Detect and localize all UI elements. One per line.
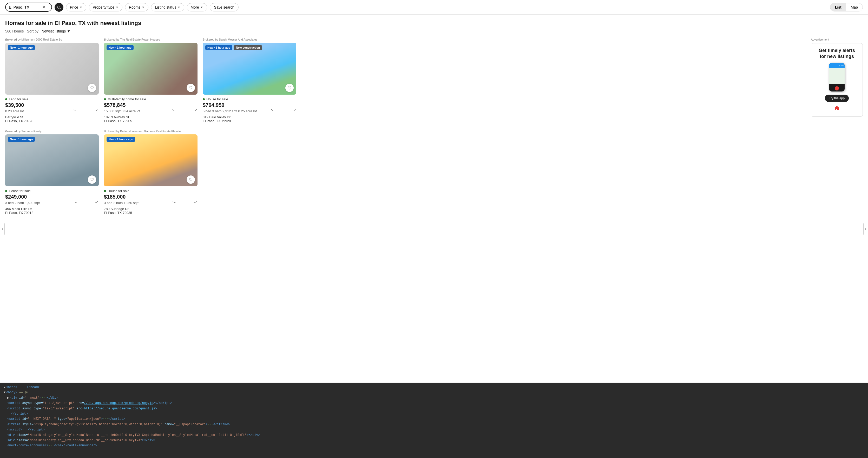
favorite-button[interactable]: ♡ — [187, 176, 195, 184]
rooms-filter-button[interactable]: Rooms ▼ — [125, 3, 148, 11]
rooms-chevron-icon: ▼ — [142, 6, 145, 9]
card-footer: 0.23 acre lot Email Agent — [5, 109, 99, 114]
card-footer: 5 bed 3 bath 2,912 sqft 0.25 acre lot Em… — [203, 109, 296, 114]
listing-image: New · 2 hours ago ♡ — [104, 134, 197, 186]
listing-status-filter-label: Listing status — [155, 5, 176, 9]
card-footer: 3 bed 2 bath 1,250 sqft Email Agent — [104, 201, 197, 206]
property-type-filter-button[interactable]: Property type ▼ — [89, 3, 122, 11]
ad-card: Get timely alerts for new listings 9:45 … — [811, 43, 863, 117]
property-type-label: House for sale — [9, 189, 31, 193]
sort-chevron-icon: ▼ — [67, 29, 70, 33]
favorite-button[interactable]: ♡ — [88, 84, 96, 92]
property-type-chevron-icon: ▼ — [116, 6, 119, 9]
more-filter-button[interactable]: More ▼ — [187, 3, 207, 11]
new-listing-badge: New · 2 hours ago — [106, 137, 135, 142]
brokered-by-label: Brokered by Better Homes and Gardens Rea… — [104, 130, 197, 133]
price-chevron-icon: ▼ — [80, 6, 82, 9]
card-info: House for sale $185,000 3 bed 2 bath 1,2… — [104, 186, 197, 216]
map-view-button[interactable]: Map — [846, 3, 863, 11]
listing-price: $764,950 — [203, 102, 296, 108]
sort-value: Newest listings — [41, 29, 66, 33]
price-filter-label: Price — [70, 5, 78, 9]
new-listing-badge: New · 1 hour ago — [106, 45, 133, 50]
svg-line-1 — [60, 8, 61, 9]
ad-phone-mockup: 9:45 ⌂ — [815, 63, 858, 91]
active-indicator — [5, 190, 7, 192]
listing-status-chevron-icon: ▼ — [178, 6, 180, 9]
new-listing-badge: New · 1 hour ago — [8, 137, 35, 142]
email-agent-button[interactable]: Email Agent — [172, 201, 197, 203]
search-clear-button[interactable]: ✕ — [42, 5, 45, 10]
property-type-row: House for sale — [5, 189, 99, 193]
property-type-row: House for sale — [203, 97, 296, 101]
view-toggle: List Map — [830, 3, 863, 11]
search-submit-button[interactable] — [55, 3, 63, 12]
card-info: House for sale $249,000 3 bed 2 bath 1,6… — [5, 186, 99, 216]
sort-dropdown[interactable]: Newest listings ▼ — [41, 29, 70, 33]
favorite-button[interactable]: ♡ — [88, 176, 96, 184]
listing-status-filter-button[interactable]: Listing status ▼ — [151, 3, 184, 11]
save-search-button[interactable]: Save search — [210, 3, 239, 11]
new-listing-badge: New · 1 hour ago — [8, 45, 35, 50]
listing-image: New · 1 hour ago New construction ♡ — [203, 42, 296, 95]
price-filter-button[interactable]: Price ▼ — [66, 3, 86, 11]
listing-image: New · 1 hour ago ♡ — [5, 134, 99, 186]
listings-area: Brokered by Millennium 2000 Real Estate … — [5, 38, 863, 216]
active-indicator — [203, 98, 205, 100]
search-box: ✕ — [5, 3, 52, 12]
card-info: House for sale $764,950 5 bed 3 bath 2,9… — [203, 95, 296, 124]
sort-label: Sort by — [27, 29, 38, 33]
ad-home-icon — [815, 105, 858, 112]
listing-image: New · 1 hour ago ♡ — [104, 42, 197, 95]
active-indicator — [104, 190, 106, 192]
listing-address-line2: El Paso, TX 79912 — [5, 211, 99, 215]
property-type-row: Multi-family home for sale — [104, 97, 197, 101]
email-agent-button[interactable]: Email Agent — [73, 201, 99, 203]
listing-address-line1: 312 Blue Valley Dr — [203, 115, 296, 119]
listing-address-line1: 789 Sunridge Dr — [104, 207, 197, 211]
listing-address-line2: El Paso, TX 79928 — [5, 119, 99, 123]
property-type-row: Land for sale — [5, 97, 99, 101]
new-listing-badge: New · 1 hour ago — [205, 45, 232, 50]
property-type-filter-label: Property type — [93, 5, 114, 9]
listing-card: Brokered by Sandy Messer And Associates … — [203, 38, 296, 124]
more-filter-label: More — [191, 5, 199, 9]
ad-cta-button[interactable]: Try the app — [825, 95, 849, 102]
property-type-label: Land for sale — [9, 97, 28, 101]
active-indicator — [5, 98, 7, 100]
brokered-by-label: Brokered by Millennium 2000 Real Estate … — [5, 38, 99, 41]
listing-card: Brokered by The Real Estate Power Houses… — [104, 38, 197, 124]
list-view-button[interactable]: List — [830, 3, 846, 11]
email-agent-button[interactable]: Email Agent — [73, 109, 99, 111]
search-input[interactable] — [9, 5, 40, 9]
header: ✕ Price ▼ Property type ▼ Rooms ▼ Listin… — [0, 0, 868, 14]
brokered-by-label: Brokered by Sandy Messer And Associates — [203, 38, 296, 41]
email-agent-button[interactable]: Email Agent — [271, 109, 296, 111]
listing-address-line1: 456 Mesa Hills Dr — [5, 207, 99, 211]
card-info: Land for sale $39,500 0.23 acre lot Emai… — [5, 95, 99, 124]
new-construction-badge: New construction — [234, 45, 262, 50]
property-type-row: House for sale — [104, 189, 197, 193]
card-info: Multi-family home for sale $578,845 15,0… — [104, 95, 197, 124]
email-agent-button[interactable]: Email Agent — [172, 109, 197, 111]
more-chevron-icon: ▼ — [200, 6, 203, 9]
svg-point-0 — [58, 6, 60, 8]
listing-price: $39,500 — [5, 102, 99, 108]
card-footer: 15,000 sqft 0.34 acre lot Email Agent — [104, 109, 197, 114]
rooms-filter-label: Rooms — [129, 5, 140, 9]
ad-sidebar: Advertisement Get timely alerts for new … — [811, 38, 863, 216]
favorite-button[interactable]: ♡ — [187, 84, 195, 92]
ad-headline: Get timely alerts for new listings — [815, 48, 858, 60]
favorite-button[interactable]: ♡ — [285, 84, 294, 92]
listing-address-line2: El Paso, TX 79935 — [104, 211, 197, 215]
property-type-label: House for sale — [206, 97, 228, 101]
listing-address-line2: El Paso, TX 79928 — [203, 119, 296, 123]
advertisement-label: Advertisement — [811, 38, 863, 41]
homes-count: 560 Homes — [5, 29, 24, 33]
listing-address-line2: El Paso, TX 79905 — [104, 119, 197, 123]
listings-grid: Brokered by Millennium 2000 Real Estate … — [5, 38, 806, 216]
search-icon — [57, 5, 61, 9]
active-indicator — [104, 98, 106, 100]
listing-card: Brokered by Summus Realty New · 1 hour a… — [5, 130, 99, 216]
property-type-label: Multi-family home for sale — [107, 97, 146, 101]
